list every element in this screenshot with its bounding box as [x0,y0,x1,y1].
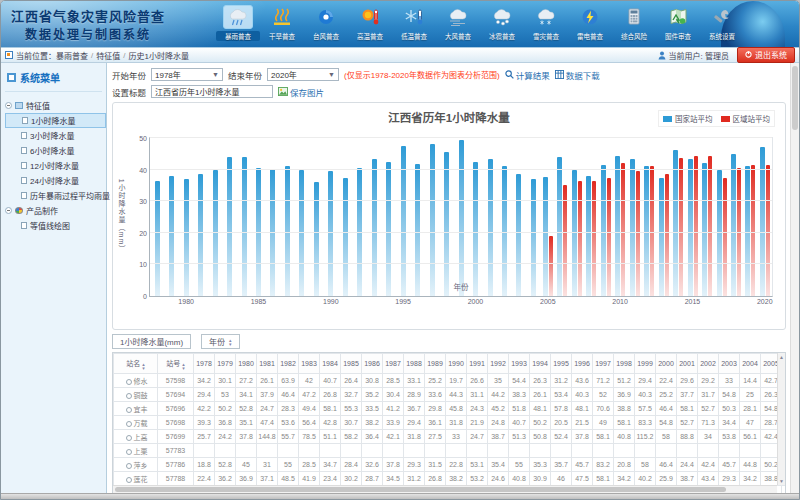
table-horizontal-scrollbar[interactable] [113,485,777,493]
window-vertical-scrollbar[interactable] [790,63,799,493]
col-header-1990[interactable]: 1990 [446,354,467,374]
end-year-select[interactable]: 2020年 ▼ [267,68,339,81]
table-row[interactable]: 上栗 57783 [114,444,787,458]
sidebar-group-产品制作[interactable]: 产品制作 [5,203,106,218]
col-header-1988[interactable]: 1988 [404,354,425,374]
table-row[interactable]: 宜丰 5769642.250.252.824.728.349.458.155.3… [114,402,787,416]
sidebar-item-6小时降水量[interactable]: 6小时降水量 [5,143,106,158]
col-header-1984[interactable]: 1984 [320,354,341,374]
sidebar-item-3小时降水量[interactable]: 3小时降水量 [5,128,106,143]
col-header-1991[interactable]: 1991 [467,354,488,374]
nav-item-7[interactable]: 冰雹普查 [480,4,524,41]
station-name-cell[interactable]: 修水 [114,374,158,388]
radio-button[interactable] [126,477,132,483]
col-header-1996[interactable]: 1996 [572,354,593,374]
col-header-1986[interactable]: 1986 [362,354,383,374]
start-year-value: 1978年 [155,69,181,80]
col-header-1989[interactable]: 1989 [425,354,446,374]
col-header-1993[interactable]: 1993 [509,354,530,374]
value-cell: 25 [740,388,761,402]
breadcrumb-item[interactable]: 历史1小时降水量 [128,50,188,61]
nav-item-2[interactable]: 干旱普查 [260,4,304,41]
year-sort-control[interactable]: 年份 ▴▾ [201,334,240,349]
collapse-icon[interactable] [5,207,12,214]
station-name-cell[interactable]: 上高 [114,430,158,444]
nav-item-12[interactable]: 系统设置 [700,4,744,41]
y-tick-label: 40 [139,166,150,173]
table-row[interactable]: 萍乡 5778618.852.845315528.534.728.432.637… [114,458,787,472]
nav-item-label: 系统设置 [700,31,744,41]
table-row[interactable]: 莲花 5778822.436.236.937.148.541.923.430.2… [114,472,787,486]
radio-button[interactable] [126,393,132,399]
col-header-1995[interactable]: 1995 [551,354,572,374]
breadcrumb-item[interactable]: 特征值 [96,50,120,61]
col-header-1985[interactable]: 1985 [341,354,362,374]
nav-item-10[interactable]: 综合风险 [612,4,656,41]
col-header-2002[interactable]: 2002 [698,354,719,374]
col-header-1999[interactable]: 1999 [635,354,656,374]
scrollbar-thumb[interactable] [115,487,726,492]
start-year-select[interactable]: 1978年 ▼ [151,68,223,81]
col-header-station[interactable]: 站名 ▴▾ [114,354,158,374]
col-header-2000[interactable]: 2000 [656,354,677,374]
radio-button[interactable] [126,379,132,385]
table-row[interactable]: 铜鼓 5769429.45334.137.946.447.226.832.735… [114,388,787,402]
radio-button[interactable] [126,421,132,427]
col-header-station-no[interactable]: 站号 ▴▾ [158,354,194,374]
chart-title-input[interactable] [151,85,273,98]
nav-item-8[interactable]: 雪灾普查 [524,4,568,41]
nav-item-1[interactable]: 暴雨普查 [216,4,260,41]
col-header-2003[interactable]: 2003 [719,354,740,374]
nav-item-9[interactable]: 雷电普查 [568,4,612,41]
radio-button[interactable] [126,463,132,469]
value-cell: 30.9 [530,472,551,486]
col-header-1982[interactable]: 1982 [278,354,299,374]
col-header-1978[interactable]: 1978 [194,354,215,374]
col-header-2001[interactable]: 2001 [677,354,698,374]
sidebar-item-24小时降水量[interactable]: 24小时降水量 [5,173,106,188]
station-name-cell[interactable]: 莲花 [114,472,158,486]
col-header-1979[interactable]: 1979 [215,354,236,374]
col-header-1981[interactable]: 1981 [257,354,278,374]
save-image-button[interactable]: 保存图片 [278,86,324,98]
y-tick-label: 30 [139,198,150,205]
table-row[interactable]: 上高 5769925.724.237.8144.855.778.551.158.… [114,430,787,444]
nav-item-11[interactable]: 图件审查 [656,4,700,41]
radio-button[interactable] [126,407,132,413]
sidebar-item-12小时降水量[interactable]: 12小时降水量 [5,158,106,173]
sidebar-group-特征值[interactable]: 特征值 [5,98,106,113]
radio-button[interactable] [126,449,132,455]
value-cell: 40.8 [509,472,530,486]
station-name-cell[interactable]: 萍乡 [114,458,158,472]
col-header-1992[interactable]: 1992 [488,354,509,374]
calc-result-button[interactable]: 计算结果 [505,69,550,81]
sidebar-item-等值线绘图[interactable]: 等值线绘图 [5,218,106,233]
station-name-cell[interactable]: 万载 [114,416,158,430]
station-name-cell[interactable]: 上栗 [114,444,158,458]
station-name-cell[interactable]: 宜丰 [114,402,158,416]
scrollbar-thumb[interactable] [792,66,798,130]
table-row[interactable]: 万载 5769839.336.835.147.453.656.442.830.7… [114,416,787,430]
col-header-1980[interactable]: 1980 [236,354,257,374]
sidebar-item-1小时降水量[interactable]: 1小时降水量 [5,113,106,128]
col-header-1998[interactable]: 1998 [614,354,635,374]
value-cell: 32.6 [362,458,383,472]
radio-button[interactable] [126,435,132,441]
breadcrumb-item[interactable]: 暴雨普查 [56,50,88,61]
nav-item-4[interactable]: 高温普查 [348,4,392,41]
nav-item-3[interactable]: 台风普查 [304,4,348,41]
collapse-icon[interactable] [5,102,12,109]
col-header-1994[interactable]: 1994 [530,354,551,374]
table-row[interactable]: 修水 5759834.230.127.226.163.94240.726.430… [114,374,787,388]
nav-item-6[interactable]: 大风普查 [436,4,480,41]
exit-system-button[interactable]: 退出系统 [737,47,795,63]
col-header-1987[interactable]: 1987 [383,354,404,374]
nav-item-5[interactable]: 低温普查 [392,4,436,41]
data-download-button[interactable]: 数据下载 [555,69,600,81]
table-vertical-scrollbar[interactable]: ▲▼ [777,353,785,485]
col-header-1983[interactable]: 1983 [299,354,320,374]
col-header-1997[interactable]: 1997 [593,354,614,374]
station-name-cell[interactable]: 铜鼓 [114,388,158,402]
sidebar-item-历年暴雨过程平均雨量[interactable]: 历年暴雨过程平均雨量 [5,188,106,203]
col-header-2004[interactable]: 2004 [740,354,761,374]
